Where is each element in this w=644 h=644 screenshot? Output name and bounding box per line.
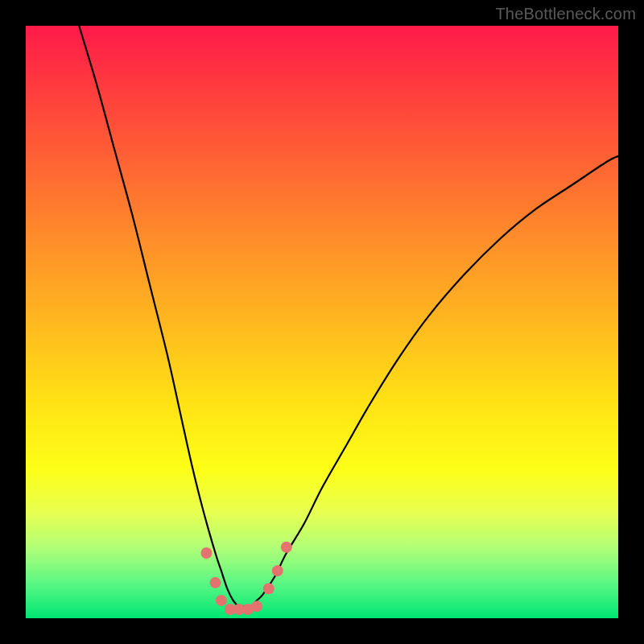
dot-right-1 [263, 583, 275, 594]
dot-bottom-4 [251, 601, 262, 612]
watermark-text: TheBottleneck.com [495, 5, 636, 23]
chart-svg [26, 26, 618, 618]
dot-right-3 [281, 542, 292, 553]
chart-frame: TheBottleneck.com [0, 0, 644, 644]
dot-left-3 [216, 595, 227, 606]
curve-group [79, 26, 618, 607]
dot-left-2 [210, 577, 221, 588]
plot-area [26, 26, 618, 618]
bottleneck-curve [79, 26, 618, 607]
dot-left-1 [200, 547, 212, 559]
dot-right-2 [272, 565, 283, 576]
